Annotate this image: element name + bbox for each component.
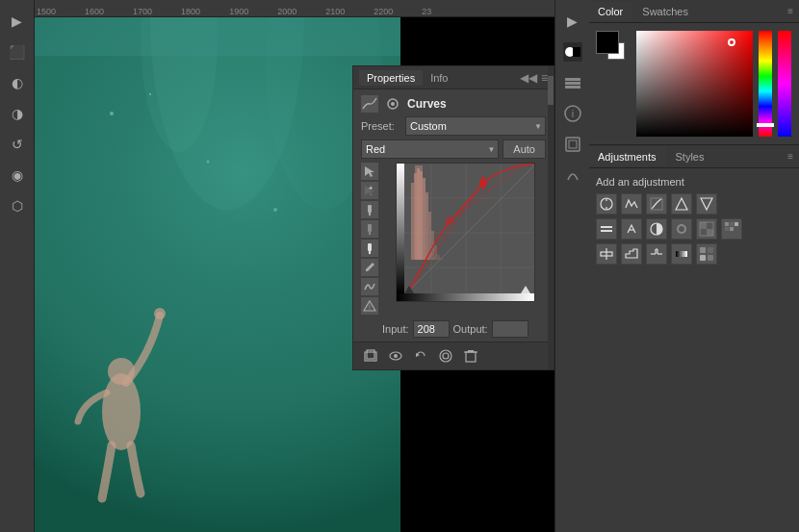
curves-graph[interactable] [396, 163, 535, 302]
brightness-overlay [636, 31, 753, 137]
panel-scrollbar[interactable] [548, 66, 554, 369]
curves-tool-eyedropper-black[interactable] [361, 201, 378, 218]
tab-properties[interactable]: Properties [359, 70, 423, 86]
tool-brush[interactable]: ⬡ [4, 192, 31, 219]
svg-rect-98 [700, 247, 706, 253]
adj-gradient-map[interactable] [671, 243, 692, 265]
reset-icon[interactable] [411, 346, 430, 366]
ruler-top: 1500 1600 1700 1800 1900 2000 2100 2200 … [35, 0, 587, 17]
adj-exposure[interactable] [671, 193, 692, 215]
svg-point-6 [207, 161, 210, 164]
tool-heal[interactable]: ◉ [4, 162, 31, 189]
ruler-mark: 1900 [229, 7, 248, 16]
adjustments-title: Add an adjustment [588, 168, 799, 191]
adj-invert[interactable] [596, 243, 617, 265]
adjustments-menu-icon[interactable]: ≡ [787, 151, 799, 162]
svg-rect-87 [725, 227, 729, 231]
curves-tool-pointer[interactable] [361, 163, 378, 180]
preview-icon[interactable] [436, 346, 455, 366]
svg-rect-61 [573, 47, 580, 57]
svg-marker-48 [479, 175, 487, 190]
svg-rect-18 [369, 213, 371, 215]
tool-select[interactable]: ⬛ [4, 38, 31, 65]
preset-label: Preset: [361, 120, 401, 132]
foreground-swatch[interactable] [596, 31, 619, 54]
white-point-triangle[interactable] [521, 286, 530, 293]
tab-styles[interactable]: Styles [666, 147, 714, 166]
svg-rect-17 [368, 205, 372, 213]
color-gradient[interactable] [636, 31, 753, 137]
svg-rect-64 [565, 86, 580, 89]
channel-select-wrapper: Red RGB Green Blue ▼ [361, 139, 499, 159]
adj-black-white[interactable] [646, 218, 667, 240]
svg-rect-97 [676, 251, 687, 257]
svg-rect-75 [601, 226, 612, 228]
curves-eye-icon[interactable] [384, 95, 401, 113]
curves-tool-eyedropper-white[interactable] [361, 240, 378, 257]
svg-rect-22 [369, 251, 371, 254]
svg-rect-35 [423, 178, 425, 260]
adj-photo-filter[interactable] [671, 218, 692, 240]
fg-bg-swatches [596, 31, 631, 65]
adj-brightness-contrast[interactable] [596, 193, 617, 215]
svg-rect-86 [735, 222, 738, 226]
tool-crop[interactable]: ◑ [4, 100, 31, 127]
panel-menu-icon[interactable]: ≡ [541, 71, 548, 85]
scrollbar-thumb[interactable] [548, 76, 554, 105]
adj-selective-color[interactable] [696, 243, 717, 265]
ruler-mark: 1500 [37, 7, 56, 16]
expand-icon[interactable]: ◀◀ [520, 71, 537, 85]
svg-rect-40 [437, 255, 440, 260]
adj-threshold[interactable] [646, 243, 667, 265]
curves-tool-pencil[interactable] [361, 259, 378, 276]
tool-black-white[interactable] [559, 38, 586, 65]
tool-info[interactable]: i [559, 100, 586, 127]
svg-rect-85 [730, 222, 734, 226]
svg-rect-21 [368, 243, 372, 251]
adj-hue-saturation[interactable] [596, 218, 617, 240]
curves-tool-smooth[interactable] [361, 278, 378, 295]
svg-point-8 [273, 208, 277, 212]
tool-play[interactable]: ▶ [559, 8, 586, 35]
ruler-mark: 2200 [374, 7, 393, 16]
right-panel: ▶ i Color Swatches ≡ [587, 0, 799, 532]
adjustments-row-2 [588, 216, 799, 241]
tool-move[interactable]: ▶ [4, 8, 31, 35]
tool-effects[interactable] [559, 162, 586, 189]
adj-levels[interactable] [621, 193, 642, 215]
black-point-triangle[interactable] [404, 286, 414, 293]
curves-tool-add-point[interactable]: + [361, 182, 378, 199]
svg-rect-50 [367, 350, 374, 359]
tool-layers[interactable] [559, 69, 586, 96]
adj-channel-mixer[interactable] [696, 218, 717, 240]
tab-color[interactable]: Color [588, 2, 632, 21]
svg-rect-89 [735, 227, 738, 231]
hue-slider[interactable] [759, 31, 772, 137]
tool-eyedropper[interactable]: ↺ [4, 131, 31, 158]
visibility-icon[interactable] [386, 346, 405, 366]
adj-color-lookup[interactable] [721, 218, 742, 240]
preset-select-wrapper: Custom Default Strong Contrast ▼ [405, 116, 546, 136]
curves-tool-warning[interactable]: ! [361, 297, 378, 315]
clip-to-layer-icon[interactable] [361, 346, 380, 366]
tool-lasso[interactable]: ◐ [4, 69, 31, 96]
adj-color-balance[interactable] [621, 218, 642, 240]
tab-info[interactable]: Info [423, 70, 455, 86]
tab-swatches[interactable]: Swatches [632, 2, 698, 21]
svg-point-7 [149, 93, 151, 95]
input-value[interactable] [413, 320, 450, 338]
curves-tool-eyedropper-gray[interactable] [361, 220, 378, 238]
channel-select[interactable]: Red RGB Green Blue [361, 139, 499, 159]
tab-adjustments[interactable]: Adjustments [588, 147, 666, 166]
spectrum-bar[interactable] [778, 31, 791, 137]
svg-rect-100 [700, 255, 706, 261]
adj-curves[interactable] [646, 193, 667, 215]
output-value[interactable] [492, 320, 528, 338]
adj-posterize[interactable] [621, 243, 642, 265]
adj-vibrance[interactable] [696, 193, 717, 215]
preset-select[interactable]: Custom Default Strong Contrast [405, 116, 546, 136]
color-panel-menu-icon[interactable]: ≡ [787, 6, 799, 16]
delete-icon[interactable] [461, 346, 480, 366]
auto-button[interactable]: Auto [503, 139, 546, 159]
tool-transform[interactable] [559, 131, 586, 158]
